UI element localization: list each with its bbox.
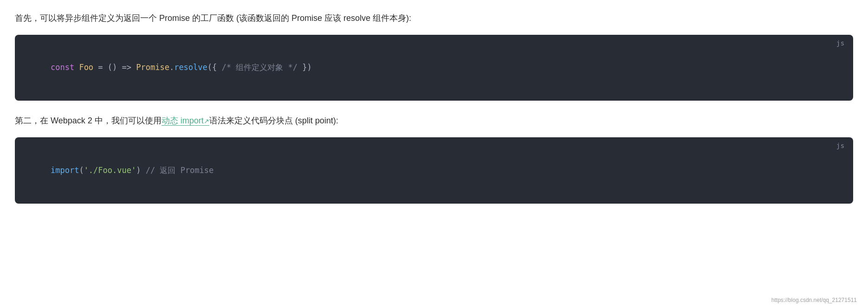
- import-function: import: [51, 166, 79, 175]
- dot-operator: .: [169, 63, 174, 72]
- watermark: https://blog.csdn.net/qq_21271511: [771, 297, 857, 303]
- code-space: [74, 63, 79, 72]
- code-operator: = () =>: [93, 63, 136, 72]
- paragraph-1: 首先，可以将异步组件定义为返回一个 Promise 的工厂函数 (该函数返回的 …: [15, 11, 853, 26]
- paragraph-2-after: 语法来定义代码分块点 (split point):: [209, 116, 338, 125]
- resolve-method: resolve: [174, 63, 207, 72]
- code-label-2: js: [836, 142, 845, 149]
- code-content-2: import('./Foo.vue') // 返回 Promise: [32, 150, 836, 191]
- import-path: './Foo.vue': [84, 166, 136, 175]
- code-content-1: const Foo = () => Promise.resolve({ /* 组…: [32, 48, 836, 88]
- external-link-icon: ↗: [204, 117, 209, 125]
- var-foo: Foo: [79, 63, 93, 72]
- paren-close-2: ): [136, 166, 145, 175]
- code-comment: /* 组件定义对象 */: [222, 63, 298, 72]
- link-label: 动态 import: [162, 116, 204, 125]
- paragraph-2-before: 第二，在 Webpack 2 中，我们可以使用: [15, 116, 162, 125]
- paren-open-2: (: [79, 166, 84, 175]
- promise-object: Promise: [136, 63, 169, 72]
- paren-open: ({: [207, 63, 222, 72]
- code-block-2: js import('./Foo.vue') // 返回 Promise: [15, 137, 853, 204]
- dynamic-import-link[interactable]: 动态 import↗: [162, 116, 209, 126]
- paragraph-2: 第二，在 Webpack 2 中，我们可以使用动态 import↗语法来定义代码…: [15, 114, 853, 128]
- keyword-const: const: [51, 63, 74, 72]
- paren-close: }): [298, 63, 312, 72]
- code-label-1: js: [836, 39, 845, 47]
- code-block-1: js const Foo = () => Promise.resolve({ /…: [15, 35, 853, 101]
- code-comment-2: // 返回 Promise: [146, 166, 214, 175]
